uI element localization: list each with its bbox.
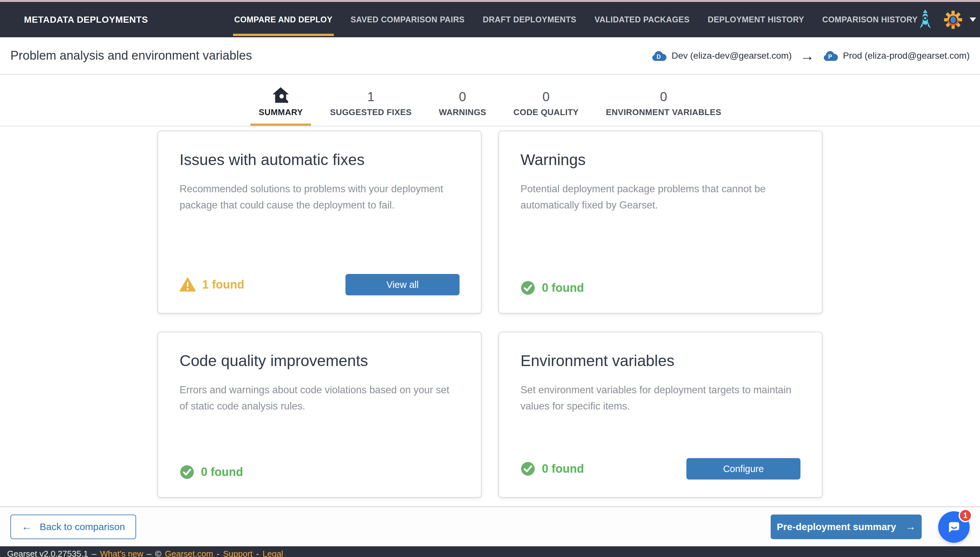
view-all-button[interactable]: View all <box>345 274 460 295</box>
back-button-label: Back to comparison <box>39 521 125 533</box>
chevron-down-icon[interactable] <box>970 18 976 22</box>
nav-item-draft-deployments[interactable]: DRAFT DEPLOYMENTS <box>483 15 577 24</box>
chat-launcher-button[interactable]: 1 <box>938 511 970 543</box>
next-button-label: Pre-deployment summary <box>777 521 896 533</box>
source-environment-label: Dev (eliza-dev@gearset.com) <box>671 50 792 61</box>
card-description: Set environment variables for deployment… <box>520 382 800 414</box>
arrow-right-icon: → <box>905 521 915 533</box>
tab-environment-variables-count: 0 <box>660 83 667 104</box>
nav-item-saved-comparison-pairs[interactable]: SAVED COMPARISON PAIRS <box>351 15 465 24</box>
found-count-text: 0 found <box>542 462 584 476</box>
card-footer: 0 found <box>520 280 800 295</box>
nav-item-validated-packages[interactable]: VALIDATED PACKAGES <box>594 15 689 24</box>
navbar-right <box>918 10 976 30</box>
page-header: Problem analysis and environment variabl… <box>0 37 980 75</box>
tab-code-quality[interactable]: 0 CODE QUALITY <box>505 83 587 126</box>
top-navbar: METADATA DEPLOYMENTS COMPARE AND DEPLOY … <box>0 2 980 37</box>
whats-new-link[interactable]: What's new <box>100 549 143 557</box>
tab-environment-variables[interactable]: 0 ENVIRONMENT VARIABLES <box>598 83 730 126</box>
found-count-text: 1 found <box>202 278 244 292</box>
tab-code-quality-label: CODE QUALITY <box>514 107 579 117</box>
check-circle-icon <box>180 464 195 479</box>
nav-item-compare-and-deploy[interactable]: COMPARE AND DEPLOY <box>234 15 333 24</box>
found-count-text: 0 found <box>201 465 243 479</box>
configure-button[interactable]: Configure <box>686 458 800 479</box>
tab-warnings-label: WARNINGS <box>439 107 486 117</box>
chat-bubble-icon <box>946 519 962 535</box>
tab-code-quality-count: 0 <box>543 83 549 104</box>
code-quality-found-indicator: 0 found <box>180 464 243 479</box>
card-description: Potential deployment package problems th… <box>520 181 800 213</box>
tab-summary-label: SUMMARY <box>258 107 303 117</box>
summary-home-search-icon <box>272 83 289 104</box>
gearset-com-link[interactable]: Gearset.com <box>165 549 213 557</box>
summary-cards-grid: Issues with automatic fixes Recommended … <box>158 131 822 498</box>
card-code-quality-improvements: Code quality improvements Errors and war… <box>158 332 481 498</box>
back-to-comparison-button[interactable]: ← Back to comparison <box>10 515 136 539</box>
card-warnings: Warnings Potential deployment package pr… <box>499 131 822 314</box>
card-environment-variables: Environment variables Set environment va… <box>499 332 822 498</box>
arrow-left-icon: ← <box>21 521 32 533</box>
target-cloud-icon: P <box>823 50 839 61</box>
card-title: Issues with automatic fixes <box>180 151 460 169</box>
footer-separator: - <box>217 549 220 557</box>
check-circle-icon <box>520 461 535 476</box>
target-environment-label: Prod (eliza-prod@gearset.com) <box>843 50 970 61</box>
chat-unread-badge: 1 <box>959 509 972 522</box>
warnings-found-indicator: 0 found <box>520 280 584 295</box>
tab-warnings[interactable]: 0 WARNINGS <box>431 83 494 126</box>
tab-warnings-count: 0 <box>459 83 466 104</box>
card-issues-with-automatic-fixes: Issues with automatic fixes Recommended … <box>158 131 481 314</box>
app-title: METADATA DEPLOYMENTS <box>24 15 148 25</box>
analysis-tabs: SUMMARY 1 SUGGESTED FIXES 0 WARNINGS 0 C… <box>0 75 980 127</box>
card-footer: 0 found <box>180 464 460 479</box>
check-circle-icon <box>520 280 535 295</box>
card-title: Environment variables <box>520 352 800 370</box>
card-title: Warnings <box>520 151 800 169</box>
found-count-text: 0 found <box>542 281 584 295</box>
card-footer: 1 found View all <box>180 274 460 295</box>
environment-variables-found-indicator: 0 found <box>520 461 584 476</box>
app-version: Gearset v2.0.27535.1 <box>7 549 88 557</box>
user-avatar-gear-icon[interactable] <box>944 10 962 29</box>
svg-text:D: D <box>657 53 661 60</box>
card-description: Recommended solutions to problems with y… <box>180 181 460 213</box>
footer-separator: - <box>256 549 259 557</box>
environment-pair: D Dev (eliza-dev@gearset.com) → P Prod (… <box>652 48 970 64</box>
nav-item-deployment-history[interactable]: DEPLOYMENT HISTORY <box>708 15 804 24</box>
issues-found-indicator: 1 found <box>180 277 244 292</box>
source-cloud-icon: D <box>652 50 667 61</box>
nav-item-comparison-history[interactable]: COMPARISON HISTORY <box>822 15 917 24</box>
warning-triangle-icon <box>180 277 196 292</box>
tab-suggested-fixes-label: SUGGESTED FIXES <box>330 107 412 117</box>
tab-environment-variables-label: ENVIRONMENT VARIABLES <box>606 107 722 117</box>
legal-link[interactable]: Legal <box>263 549 283 557</box>
tab-suggested-fixes-count: 1 <box>367 83 374 104</box>
app-footer: Gearset v2.0.27535.1 – What's new – © Ge… <box>0 546 980 557</box>
arrow-right-icon: → <box>800 48 814 64</box>
card-footer: 0 found Configure <box>520 458 800 479</box>
target-environment: P Prod (eliza-prod@gearset.com) <box>823 50 970 61</box>
tab-summary[interactable]: SUMMARY <box>250 83 311 126</box>
copyright-symbol: © <box>155 549 161 557</box>
main-content: Issues with automatic fixes Recommended … <box>0 131 980 507</box>
tab-suggested-fixes[interactable]: 1 SUGGESTED FIXES <box>322 83 420 126</box>
pre-deployment-summary-button[interactable]: Pre-deployment summary → <box>770 515 921 539</box>
support-link[interactable]: Support <box>223 549 252 557</box>
source-environment: D Dev (eliza-dev@gearset.com) <box>652 50 792 61</box>
card-title: Code quality improvements <box>180 352 460 370</box>
footer-separator: – <box>92 549 96 557</box>
svg-text:P: P <box>828 53 832 60</box>
page-title: Problem analysis and environment variabl… <box>10 49 252 63</box>
footer-separator: – <box>147 549 151 557</box>
bottom-action-bar: ← Back to comparison Pre-deployment summ… <box>0 507 980 546</box>
card-description: Errors and warnings about code violation… <box>180 382 460 414</box>
rocket-icon[interactable] <box>918 10 933 30</box>
main-nav: COMPARE AND DEPLOY SAVED COMPARISON PAIR… <box>234 15 918 24</box>
